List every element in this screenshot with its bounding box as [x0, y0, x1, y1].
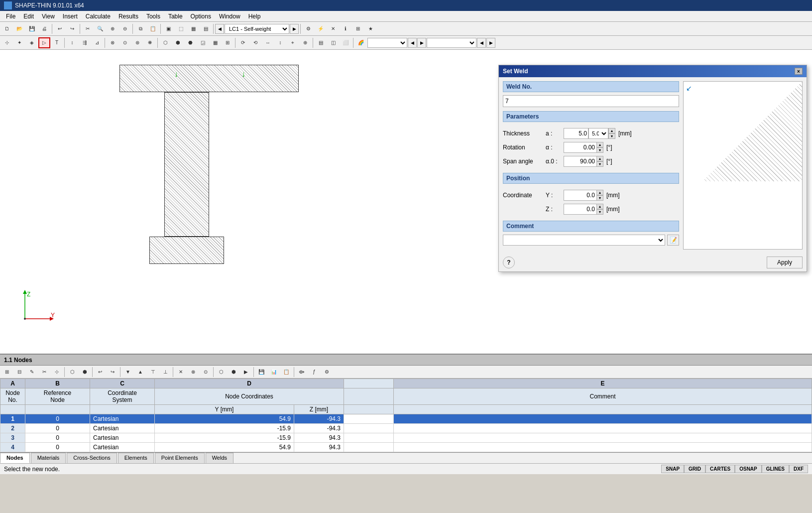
- t2[interactable]: ⚡: [315, 23, 327, 34]
- tt3[interactable]: ✎: [26, 367, 38, 378]
- view1-btn[interactable]: ▣: [162, 23, 174, 34]
- menu-results[interactable]: Results: [115, 12, 142, 21]
- tb2-active[interactable]: ▷: [38, 37, 50, 48]
- grid-indicator[interactable]: GRID: [684, 465, 705, 473]
- tb2-22[interactable]: ↕: [274, 37, 286, 48]
- menu-tools[interactable]: Tools: [142, 12, 164, 21]
- tt20[interactable]: 💾: [255, 367, 267, 378]
- tt21[interactable]: 📊: [268, 367, 280, 378]
- tab-cross-sections[interactable]: Cross-Sections: [67, 453, 117, 463]
- snap-indicator[interactable]: SNAP: [661, 465, 684, 473]
- comment-select[interactable]: [503, 235, 665, 246]
- undo-btn[interactable]: ↩: [54, 23, 66, 34]
- tb2-5[interactable]: T: [51, 37, 63, 48]
- glines-indicator[interactable]: GLINES: [762, 465, 789, 473]
- color-combo[interactable]: [367, 38, 407, 48]
- tt10[interactable]: ▼: [122, 367, 134, 378]
- thickness-value[interactable]: [564, 128, 588, 139]
- y-up[interactable]: ▲: [596, 190, 603, 195]
- table-row[interactable]: 3 0 Cartesian -15.9 94.3: [0, 433, 812, 443]
- pattern-combo[interactable]: [427, 38, 476, 48]
- tab-elements[interactable]: Elements: [118, 453, 154, 463]
- menu-view[interactable]: View: [38, 12, 59, 21]
- tb2-15[interactable]: ⬣: [184, 37, 196, 48]
- tb2-3[interactable]: ◈: [26, 37, 38, 48]
- tab-materials[interactable]: Materials: [31, 453, 66, 463]
- tt16[interactable]: ⊙: [200, 367, 212, 378]
- tt5[interactable]: ⊹: [51, 367, 63, 378]
- tt12[interactable]: ⊤: [147, 367, 159, 378]
- menu-options[interactable]: Options: [187, 12, 215, 21]
- rotation-up[interactable]: ▲: [596, 142, 603, 147]
- table-row[interactable]: 4 0 Cartesian 54.9 94.3: [0, 443, 812, 452]
- osnap-indicator[interactable]: OSNAP: [735, 465, 762, 473]
- tb2-7[interactable]: ⇶: [79, 37, 91, 48]
- zoom-btn[interactable]: 🔍: [94, 23, 106, 34]
- tb2-20[interactable]: ⟲: [249, 37, 261, 48]
- t3[interactable]: ✕: [327, 23, 339, 34]
- tt18[interactable]: ⬢: [228, 367, 239, 378]
- tb2-27[interactable]: ⬜: [340, 37, 351, 48]
- tt8[interactable]: ↩: [94, 367, 106, 378]
- tb2-14[interactable]: ⬢: [172, 37, 184, 48]
- redo-btn[interactable]: ↪: [66, 23, 78, 34]
- t4[interactable]: ℹ: [340, 23, 351, 34]
- tb2-1[interactable]: ⊹: [1, 37, 13, 48]
- tt2[interactable]: ⊟: [13, 367, 25, 378]
- menu-calculate[interactable]: Calculate: [82, 12, 115, 21]
- select-btn[interactable]: ✂: [82, 23, 94, 34]
- paste-btn[interactable]: 📋: [147, 23, 159, 34]
- tt6[interactable]: ⬡: [66, 367, 78, 378]
- menu-help[interactable]: Help: [244, 12, 265, 21]
- thickness-down[interactable]: ▼: [608, 133, 615, 139]
- tb2-8[interactable]: ⊿: [91, 37, 103, 48]
- tb2-2[interactable]: ✦: [13, 37, 25, 48]
- tt25[interactable]: ⚙: [321, 367, 333, 378]
- tab-nodes[interactable]: Nodes: [0, 453, 30, 463]
- tb2-28[interactable]: 🌈: [355, 37, 367, 48]
- menu-table[interactable]: Table: [164, 12, 187, 21]
- menu-insert[interactable]: Insert: [59, 12, 82, 21]
- menu-file[interactable]: File: [2, 12, 19, 21]
- nav-next-btn[interactable]: ▶: [290, 24, 299, 34]
- view2-btn[interactable]: ⬚: [175, 23, 187, 34]
- new-btn[interactable]: 🗋: [1, 23, 13, 34]
- apply-button[interactable]: Apply: [767, 256, 803, 268]
- span-down[interactable]: ▼: [596, 161, 603, 167]
- menu-window[interactable]: Window: [215, 12, 244, 21]
- z-down[interactable]: ▼: [596, 209, 603, 215]
- comment-edit-btn[interactable]: 📝: [667, 235, 679, 246]
- tb2-16[interactable]: ◲: [197, 37, 209, 48]
- tb2-6[interactable]: ↕: [66, 37, 78, 48]
- tt9[interactable]: ↪: [107, 367, 118, 378]
- tb2-24[interactable]: ⊕: [299, 37, 311, 48]
- copy-btn[interactable]: ⧉: [134, 23, 146, 34]
- tb2-25[interactable]: ▤: [315, 37, 327, 48]
- tt15[interactable]: ⊗: [187, 367, 199, 378]
- open-btn[interactable]: 📂: [13, 23, 25, 34]
- tt22[interactable]: 📋: [280, 367, 292, 378]
- tt11[interactable]: ▲: [134, 367, 146, 378]
- pattern-next[interactable]: ▶: [486, 38, 495, 48]
- tb2-13[interactable]: ⬡: [159, 37, 171, 48]
- tt1[interactable]: ⊞: [1, 367, 13, 378]
- span-up[interactable]: ▲: [596, 156, 603, 161]
- tb2-17[interactable]: ▦: [209, 37, 221, 48]
- tb2-9[interactable]: ⊗: [107, 37, 118, 48]
- t5[interactable]: ⊞: [352, 23, 364, 34]
- tb2-21[interactable]: ↔: [262, 37, 274, 48]
- tab-welds[interactable]: Welds: [206, 453, 233, 463]
- nav-prev-btn[interactable]: ◀: [215, 24, 224, 34]
- tb2-12[interactable]: ❋: [144, 37, 156, 48]
- tb2-19[interactable]: ⟳: [237, 37, 249, 48]
- tt23[interactable]: ⟴: [296, 367, 308, 378]
- t1[interactable]: ⚙: [302, 23, 314, 34]
- tt24[interactable]: ƒ: [308, 367, 320, 378]
- tt13[interactable]: ⊥: [159, 367, 171, 378]
- color-prev[interactable]: ◀: [408, 38, 417, 48]
- menu-edit[interactable]: Edit: [19, 12, 38, 21]
- tab-point-elements[interactable]: Point Elements: [155, 453, 205, 463]
- dialog-close-btn[interactable]: ×: [795, 68, 803, 75]
- view4-btn[interactable]: ▤: [200, 23, 212, 34]
- z-up[interactable]: ▲: [596, 204, 603, 209]
